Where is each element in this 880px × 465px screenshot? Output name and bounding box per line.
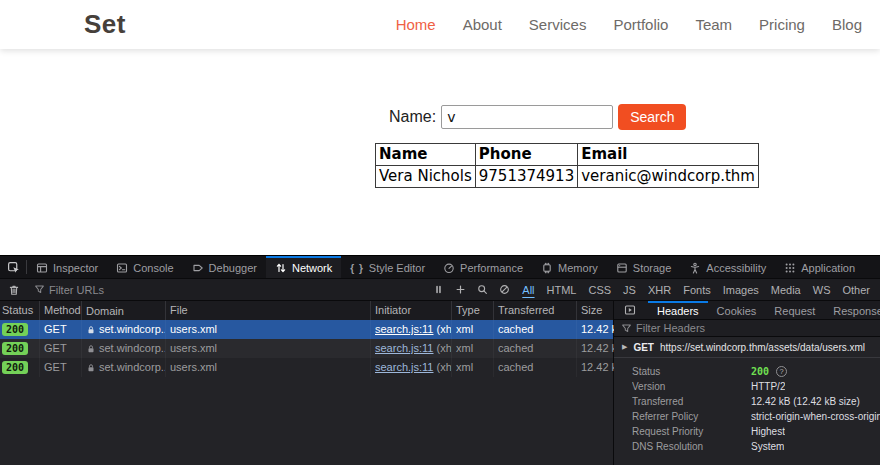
nav-services[interactable]: Services <box>529 16 587 33</box>
col-type[interactable]: Type <box>452 301 494 320</box>
filter-media[interactable]: Media <box>765 282 807 298</box>
tab-request[interactable]: Request <box>765 301 824 319</box>
pause-traffic-button[interactable] <box>427 279 449 300</box>
filter-js[interactable]: JS <box>617 282 642 298</box>
tab-label: Console <box>133 262 173 274</box>
col-domain[interactable]: Domain <box>82 301 166 320</box>
prop-request-priority: Request Priority Highest <box>614 424 880 439</box>
tab-label: Style Editor <box>369 262 425 274</box>
request-row[interactable]: 200 GET set.windcorp.... users.xml searc… <box>0 358 613 377</box>
block-requests-button[interactable] <box>493 279 515 300</box>
request-file: users.xml <box>166 339 371 358</box>
search-requests-button[interactable] <box>471 279 493 300</box>
filter-urls-input[interactable] <box>49 284 426 296</box>
prop-dns-resolution: DNS Resolution System <box>614 439 880 454</box>
expand-caret-icon[interactable]: ▶ <box>622 343 627 351</box>
status-help-icon[interactable]: ? <box>776 366 787 377</box>
prop-version: Version HTTP/2 <box>614 379 880 394</box>
request-file: users.xml <box>166 320 371 339</box>
tab-inspector[interactable]: Inspector <box>27 256 107 278</box>
request-transferred: cached <box>494 339 577 358</box>
tab-accessibility[interactable]: Accessibility <box>680 256 775 278</box>
filter-headers-input[interactable] <box>636 322 873 334</box>
tab-style-editor[interactable]: { } Style Editor <box>341 256 434 278</box>
tab-label: Network <box>292 262 332 274</box>
nav-home[interactable]: Home <box>396 16 436 33</box>
clear-requests-button[interactable] <box>3 279 25 300</box>
initiator-suffix: (xhr) <box>437 323 453 335</box>
col-phone: Phone <box>475 144 577 166</box>
request-row[interactable]: 200 GET set.windcorp.... users.xml searc… <box>0 339 613 358</box>
col-status[interactable]: Status <box>0 301 40 320</box>
filter-other[interactable]: Other <box>836 282 876 298</box>
filter-all[interactable]: All <box>516 282 540 298</box>
name-input[interactable] <box>441 105 613 129</box>
site-header: Set Home About Services Portfolio Team P… <box>0 0 880 49</box>
tab-response[interactable]: Response <box>824 301 880 319</box>
search-icon <box>477 284 488 295</box>
pick-element-button[interactable] <box>0 256 26 278</box>
results-header-row: Name Phone Email <box>376 144 759 166</box>
request-summary-row[interactable]: ▶ GET https://set.windcorp.thm/assets/da… <box>614 337 880 358</box>
filter-fonts[interactable]: Fonts <box>677 282 717 298</box>
prop-label: Referrer Policy <box>632 411 751 422</box>
request-type: xml <box>452 339 494 358</box>
tab-label: Inspector <box>53 262 98 274</box>
filter-css[interactable]: CSS <box>582 282 617 298</box>
search-button[interactable]: Search <box>618 104 686 130</box>
search-form: Name: Search <box>389 104 880 130</box>
tab-network[interactable]: Network <box>266 256 341 278</box>
initiator-suffix: (xhr) <box>437 342 453 354</box>
filter-images[interactable]: Images <box>717 282 765 298</box>
name-label: Name: <box>389 108 436 126</box>
tab-console[interactable]: Console <box>107 256 182 278</box>
prop-value: System <box>751 441 784 452</box>
filter-html[interactable]: HTML <box>541 282 583 298</box>
nav-team[interactable]: Team <box>695 16 732 33</box>
new-request-button[interactable] <box>449 279 471 300</box>
tab-storage[interactable]: Storage <box>607 256 681 278</box>
tab-debugger[interactable]: Debugger <box>183 256 266 278</box>
initiator-link[interactable]: search.js:11 <box>375 361 434 373</box>
request-details-panel: Headers Cookies Request Response Cache ▶… <box>614 301 880 465</box>
nav-blog[interactable]: Blog <box>832 16 862 33</box>
col-method[interactable]: Method <box>40 301 82 320</box>
toggle-details-pane-button[interactable] <box>618 301 642 319</box>
col-initiator[interactable]: Initiator <box>371 301 452 320</box>
col-file[interactable]: File <box>166 301 371 320</box>
filter-xhr[interactable]: XHR <box>642 282 677 298</box>
site-nav: Home About Services Portfolio Team Prici… <box>396 16 862 33</box>
tab-cookies[interactable]: Cookies <box>708 301 766 319</box>
tab-application[interactable]: Application <box>775 256 864 278</box>
filter-headers-box <box>614 320 880 337</box>
tab-performance[interactable]: Performance <box>434 256 532 278</box>
nav-about[interactable]: About <box>463 16 502 33</box>
col-size[interactable]: Size <box>577 301 614 320</box>
request-transferred: cached <box>494 358 577 377</box>
prop-referrer-policy: Referrer Policy strict-origin-when-cross… <box>614 409 880 424</box>
initiator-link[interactable]: search.js:11 <box>375 323 434 335</box>
prop-value: Highest <box>751 426 785 437</box>
request-row[interactable]: 200 GET set.windcorp.... users.xml searc… <box>0 320 613 339</box>
request-list-empty-area <box>0 377 613 465</box>
nav-pricing[interactable]: Pricing <box>759 16 805 33</box>
col-transferred[interactable]: Transferred <box>494 301 577 320</box>
cell-name: Vera Nichols <box>376 166 476 188</box>
site-logo[interactable]: Set <box>84 9 126 40</box>
request-domain: set.windcorp.... <box>99 320 166 339</box>
status-badge: 200 <box>2 342 28 355</box>
tab-headers[interactable]: Headers <box>648 301 708 319</box>
col-name: Name <box>376 144 476 166</box>
filter-ws[interactable]: WS <box>807 282 837 298</box>
network-body: Status Method Domain File Initiator Type… <box>0 301 880 465</box>
initiator-link[interactable]: search.js:11 <box>375 342 434 354</box>
plus-icon <box>455 284 466 295</box>
nav-portfolio[interactable]: Portfolio <box>613 16 668 33</box>
results-table: Name Phone Email Vera Nichols 9751374913… <box>375 143 759 188</box>
tab-label: Accessibility <box>706 262 766 274</box>
performance-icon <box>443 262 455 274</box>
request-type: xml <box>452 320 494 339</box>
tab-memory[interactable]: Memory <box>532 256 607 278</box>
request-type: xml <box>452 358 494 377</box>
prop-value: 12.42 kB (12.42 kB size) <box>751 396 860 407</box>
